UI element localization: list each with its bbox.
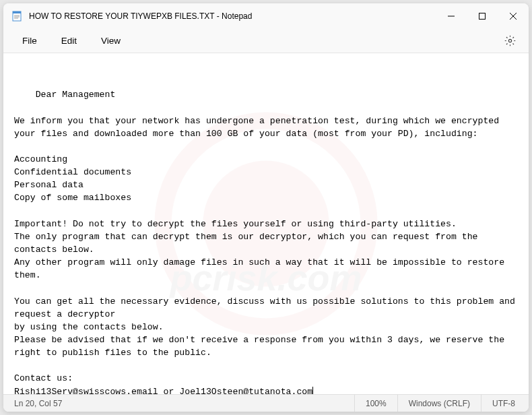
notepad-icon bbox=[11, 11, 22, 22]
notepad-window: HOW TO RESTORE YOUR TIYWEPXB FILES.TXT -… bbox=[3, 3, 529, 412]
minimize-button[interactable] bbox=[436, 3, 467, 29]
svg-point-9 bbox=[508, 39, 511, 42]
svg-rect-1 bbox=[13, 11, 21, 13]
menu-file[interactable]: File bbox=[10, 32, 49, 50]
status-line-ending: Windows (CRLF) bbox=[397, 395, 481, 412]
document-text: Dear Management We inform you that your … bbox=[14, 90, 521, 394]
status-zoom[interactable]: 100% bbox=[354, 395, 397, 412]
window-title: HOW TO RESTORE YOUR TIYWEPXB FILES.TXT -… bbox=[29, 11, 436, 21]
status-encoding: UTF-8 bbox=[481, 395, 526, 412]
status-position: Ln 20, Col 57 bbox=[6, 395, 73, 412]
menu-view[interactable]: View bbox=[89, 32, 133, 50]
text-caret bbox=[312, 387, 313, 394]
menubar: File Edit View bbox=[3, 29, 529, 53]
svg-rect-6 bbox=[479, 13, 486, 20]
titlebar[interactable]: HOW TO RESTORE YOUR TIYWEPXB FILES.TXT -… bbox=[3, 3, 529, 29]
close-button[interactable] bbox=[498, 3, 529, 29]
gear-icon bbox=[504, 35, 516, 46]
maximize-icon bbox=[479, 13, 486, 20]
close-icon bbox=[510, 13, 517, 20]
maximize-button[interactable] bbox=[467, 3, 498, 29]
window-controls bbox=[436, 3, 529, 29]
minimize-icon bbox=[448, 13, 455, 20]
statusbar: Ln 20, Col 57 100% Windows (CRLF) UTF-8 bbox=[3, 394, 529, 412]
menu-edit[interactable]: Edit bbox=[49, 32, 89, 50]
text-editor[interactable]: pcrisk.com Dear Management We inform you… bbox=[3, 53, 529, 394]
settings-button[interactable] bbox=[498, 32, 522, 51]
